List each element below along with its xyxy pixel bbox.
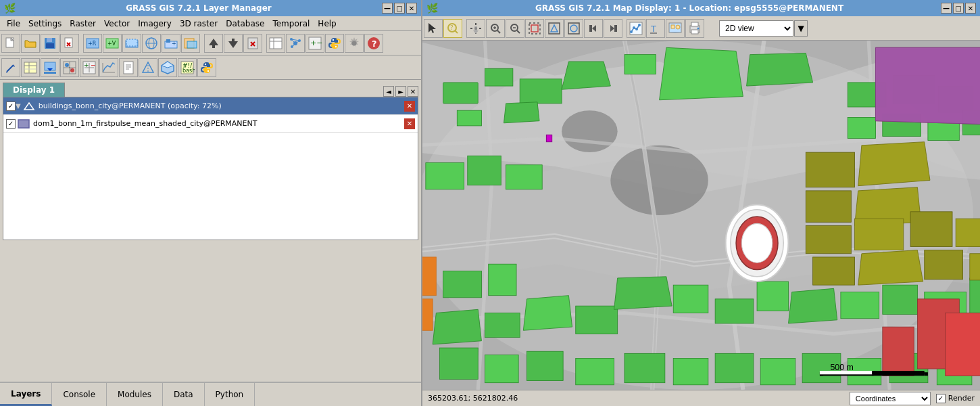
render-checkbox[interactable] — [936, 394, 946, 403]
new-map-button[interactable] — [1, 34, 20, 53]
add-wms-button[interactable] — [142, 34, 161, 53]
save-image-button[interactable] — [666, 19, 685, 38]
map-close-btn[interactable]: ✕ — [965, 3, 976, 14]
analyze-button[interactable] — [627, 19, 645, 38]
zoom-region-button[interactable] — [525, 19, 544, 38]
help-button[interactable]: ? — [364, 34, 383, 53]
add-vector-layer-button[interactable]: +V — [103, 34, 122, 53]
view-select-arrow[interactable]: ▼ — [794, 20, 808, 37]
svg-rect-176 — [855, 219, 904, 250]
display-tab-1[interactable]: Display 1 — [3, 83, 65, 97]
move-layer-up-button[interactable] — [204, 34, 223, 53]
add-multi-layer-button[interactable] — [122, 34, 141, 53]
svg-text:+: + — [172, 41, 176, 47]
zoom-all-button[interactable] — [564, 19, 583, 38]
pointer-tool-button[interactable] — [424, 19, 443, 38]
menu-settings[interactable]: Settings — [24, 18, 66, 29]
zoom-layer-button[interactable] — [545, 19, 564, 38]
menu-raster[interactable]: Raster — [66, 18, 100, 29]
close-btn[interactable]: ✕ — [406, 3, 417, 14]
svg-rect-164 — [673, 359, 708, 385]
edit-pencil-button[interactable] — [1, 58, 20, 77]
zoom-in-tool-button[interactable] — [486, 19, 505, 38]
svg-rect-141 — [673, 285, 708, 313]
menu-imagery[interactable]: Imagery — [134, 18, 176, 29]
svg-rect-6 — [65, 38, 72, 47]
add-raster-layer-button[interactable]: +R — [83, 34, 102, 53]
georect-button[interactable] — [60, 58, 79, 77]
menu-temporal[interactable]: Temporal — [268, 18, 314, 29]
menu-file[interactable]: File — [3, 18, 24, 29]
save-map-button[interactable] — [41, 34, 59, 53]
svg-marker-138 — [523, 296, 572, 331]
svg-rect-68 — [124, 62, 133, 74]
python-button[interactable] — [325, 34, 344, 53]
svg-point-119 — [697, 27, 700, 29]
scripting-button[interactable]: #!/bash — [178, 58, 197, 77]
tab-prev-btn[interactable]: ◄ — [383, 86, 394, 97]
import-button[interactable] — [41, 58, 59, 77]
minimize-btn[interactable]: — — [382, 3, 393, 14]
zoom-forward-button[interactable] — [604, 19, 622, 38]
layer-row[interactable]: dom1_bonn_1m_firstpulse_mean_shaded_city… — [3, 115, 418, 133]
layer-2-checkbox[interactable] — [6, 119, 16, 129]
open-attr-table-button[interactable] — [21, 58, 40, 77]
report-button[interactable] — [119, 58, 138, 77]
zoom-back-button[interactable] — [584, 19, 603, 38]
layer-2-remove-button[interactable]: ✕ — [404, 118, 415, 129]
remove-layer-button[interactable] — [243, 34, 262, 53]
print-button[interactable] — [685, 19, 704, 38]
svg-point-40 — [333, 39, 334, 40]
tab-data[interactable]: Data — [163, 383, 205, 406]
add-decoration-button[interactable]: T — [646, 19, 665, 38]
add-group-button[interactable]: + — [162, 34, 180, 53]
tab-modules[interactable]: Modules — [107, 383, 163, 406]
bottom-tabs: Layers Console Modules Data Python — [0, 382, 421, 406]
menu-vector[interactable]: Vector — [100, 18, 134, 29]
query-tool-button[interactable]: ? — [443, 19, 462, 38]
svg-point-109 — [638, 24, 641, 26]
svg-line-85 — [455, 30, 458, 33]
digitize-button[interactable] — [286, 34, 305, 53]
svg-rect-173 — [806, 191, 851, 222]
tab-layers[interactable]: Layers — [0, 383, 52, 406]
layer-1-remove-button[interactable]: ✕ — [404, 101, 415, 112]
svg-text:bash: bash — [182, 68, 195, 74]
maximize-btn[interactable]: □ — [394, 3, 405, 14]
move-layer-down-button[interactable] — [224, 34, 243, 53]
mapcalc2-button[interactable]: +− — [80, 58, 99, 77]
3dview-button[interactable] — [158, 58, 177, 77]
render-label: Render — [948, 394, 975, 403]
svg-point-193 — [741, 223, 772, 263]
map-maximize-btn[interactable]: □ — [953, 3, 964, 14]
menu-3draster[interactable]: 3D raster — [176, 18, 222, 29]
layer-1-checkbox[interactable] — [6, 102, 16, 111]
attr-table-button[interactable] — [266, 34, 285, 53]
left-panel: 🌿 GRASS GIS 7.2.1 Layer Manager — □ ✕ Fi… — [0, 0, 422, 406]
zoom-out-tool-button[interactable] — [506, 19, 524, 38]
layers-list: ▼ buildings_bonn_city@PERMANENT (opacity… — [3, 97, 418, 240]
settings-button[interactable] — [345, 34, 364, 53]
profile-button[interactable] — [99, 58, 118, 77]
tab-close-btn[interactable]: ✕ — [408, 86, 418, 97]
menu-help[interactable]: Help — [314, 18, 340, 29]
open-map-button[interactable] — [21, 34, 40, 53]
menu-database[interactable]: Database — [222, 18, 268, 29]
coordinates-mode-select[interactable]: Coordinates — [850, 392, 931, 405]
view-mode-select[interactable]: 2D view 3D view — [719, 20, 793, 37]
map-minimize-btn[interactable]: — — [941, 3, 952, 14]
tab-console[interactable]: Console — [52, 383, 107, 406]
add-overlay-button[interactable] — [181, 34, 200, 53]
svg-rect-113 — [671, 25, 675, 28]
svg-line-89 — [497, 30, 500, 33]
svg-point-108 — [635, 28, 638, 30]
pan-tool-button[interactable] — [466, 19, 485, 38]
svg-rect-125 — [443, 83, 479, 104]
layer-row[interactable]: ▼ buildings_bonn_city@PERMANENT (opacity… — [3, 97, 418, 115]
tab-next-btn[interactable]: ► — [395, 86, 406, 97]
close-map-button[interactable] — [60, 34, 79, 53]
tab-python[interactable]: Python — [205, 383, 255, 406]
python-console-button[interactable] — [197, 58, 216, 77]
mapcalc-button[interactable]: +− — [305, 34, 324, 53]
vreport-button[interactable] — [139, 58, 157, 77]
